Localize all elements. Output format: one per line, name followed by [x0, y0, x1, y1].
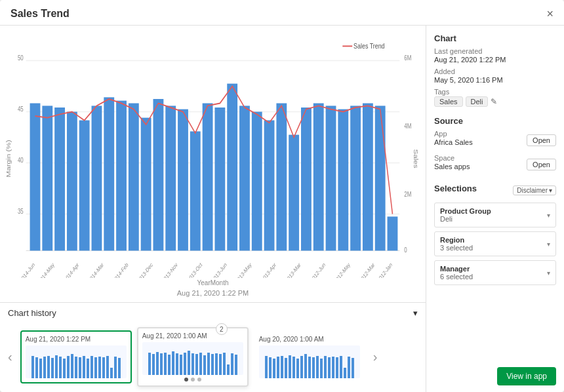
svg-rect-30	[178, 109, 188, 251]
svg-rect-102	[207, 353, 210, 375]
svg-rect-113	[277, 357, 279, 378]
disclaimer-button[interactable]: Disclaimer ▾	[513, 186, 556, 195]
tags-label: Tags	[434, 88, 556, 96]
svg-rect-47	[388, 216, 398, 250]
chart-history-header[interactable]: Chart history ▾	[0, 303, 426, 323]
tags-row: Sales Deli ✎	[434, 96, 556, 107]
disclaimer-label: Disclaimer	[517, 187, 548, 194]
svg-rect-88	[152, 354, 155, 375]
left-panel: ⊞ Margin (%) Sales Sales Trend	[0, 26, 426, 392]
disclaimer-chevron: ▾	[549, 187, 552, 194]
svg-rect-35	[239, 106, 250, 250]
thumbnail-item-3[interactable]: Aug 20, 2020 1:00 AM	[254, 330, 365, 383]
svg-rect-120	[304, 354, 307, 378]
svg-rect-75	[75, 357, 77, 378]
space-name: Sales apps	[434, 163, 470, 170]
chart-timestamp: Aug 21, 2020 1:22 PM	[5, 286, 420, 300]
app-source-info: App Africa Sales	[434, 130, 473, 150]
modal-body: ⊞ Margin (%) Sales Sales Trend	[0, 26, 564, 392]
svg-rect-37	[264, 121, 275, 251]
tag-deli[interactable]: Deli	[466, 96, 489, 107]
svg-rect-72	[63, 359, 66, 378]
svg-rect-91	[164, 353, 167, 375]
svg-rect-96	[184, 353, 186, 375]
svg-rect-132	[352, 358, 354, 378]
svg-rect-68	[47, 356, 50, 378]
thumbnail-item-2[interactable]: 2 Aug 21, 2020 1:00 AM	[137, 327, 249, 387]
svg-rect-19	[42, 106, 52, 250]
chart-svg: Margin (%) Sales Sales Trend 50 45 40 35…	[5, 31, 420, 278]
svg-rect-127	[332, 357, 334, 378]
svg-rect-111	[269, 357, 272, 378]
svg-rect-39	[289, 135, 299, 251]
svg-rect-69	[51, 358, 54, 378]
selections-header: Selections Disclaimer ▾	[434, 184, 556, 197]
svg-text:45: 45	[18, 106, 24, 113]
svg-rect-123	[316, 356, 319, 378]
svg-rect-24	[104, 97, 114, 250]
history-prev-button[interactable]: ‹	[5, 349, 15, 364]
svg-rect-81	[98, 357, 101, 378]
svg-rect-99	[195, 354, 198, 375]
dot-2	[191, 378, 195, 382]
history-next-button[interactable]: ›	[371, 349, 380, 364]
svg-text:35: 35	[18, 208, 24, 215]
thumbnail-chart-3	[259, 345, 360, 378]
svg-rect-64	[31, 356, 34, 378]
app-open-button[interactable]: Open	[527, 134, 556, 146]
last-generated-value: Aug 21, 2020 1:22 PM	[434, 56, 556, 64]
svg-rect-46	[375, 106, 386, 250]
svg-rect-101	[203, 355, 206, 375]
view-in-app-button[interactable]: View in app	[497, 367, 556, 385]
selection-manager[interactable]: Manager 6 selected ▾	[434, 260, 556, 285]
svg-text:2M: 2M	[404, 191, 411, 198]
svg-rect-118	[296, 359, 299, 378]
svg-rect-77	[83, 356, 85, 378]
selections-section: Selections Disclaimer ▾ Product Group De…	[434, 184, 556, 285]
svg-text:4M: 4M	[404, 123, 411, 130]
svg-rect-73	[67, 356, 70, 378]
chart-history-label: Chart history	[8, 308, 56, 318]
svg-rect-128	[336, 357, 338, 378]
selection-manager-info: Manager 6 selected	[440, 265, 473, 281]
app-label: App	[434, 130, 473, 138]
source-section: Source App Africa Sales Open Space Sales…	[434, 116, 556, 174]
added-label: Added	[434, 68, 556, 75]
svg-rect-25	[116, 101, 127, 251]
svg-rect-76	[79, 357, 81, 378]
selection-product-group[interactable]: Product Group Deli ▾	[434, 203, 556, 227]
svg-rect-92	[168, 355, 171, 375]
svg-rect-29	[165, 106, 176, 250]
added-value: May 5, 2020 1:16 PM	[434, 76, 556, 84]
svg-rect-45	[363, 104, 373, 251]
selection-region[interactable]: Region 3 selected ▾	[434, 231, 556, 256]
svg-rect-78	[87, 359, 89, 378]
svg-rect-86	[118, 358, 121, 378]
svg-rect-110	[265, 356, 268, 378]
selection-product-group-chevron: ▾	[547, 212, 550, 219]
tag-sales[interactable]: Sales	[434, 96, 463, 107]
thumbnail-timestamp-1: Aug 21, 2020 1:22 PM	[26, 336, 127, 343]
svg-rect-31	[190, 131, 201, 250]
svg-rect-104	[215, 353, 218, 375]
svg-rect-66	[39, 359, 42, 378]
svg-rect-34	[227, 84, 237, 251]
svg-rect-22	[79, 121, 90, 251]
selection-region-info: Region 3 selected	[440, 236, 473, 252]
svg-rect-98	[191, 353, 194, 375]
svg-rect-28	[153, 99, 164, 250]
history-thumbnails: ‹ Aug 21, 2020 1:22 PM	[0, 323, 426, 392]
thumbnail-item-1[interactable]: Aug 21, 2020 1:22 PM	[20, 330, 132, 383]
dot-1	[184, 378, 188, 382]
svg-text:Sales Trend: Sales Trend	[353, 42, 385, 50]
selection-product-group-info: Product Group Deli	[440, 207, 491, 223]
thumbnail-dots	[142, 378, 243, 382]
space-open-button[interactable]: Open	[527, 159, 556, 170]
selections-title: Selections	[434, 184, 477, 193]
svg-rect-79	[91, 356, 93, 378]
close-button[interactable]: ×	[546, 8, 554, 20]
tag-edit-icon[interactable]: ✎	[491, 97, 497, 106]
svg-rect-100	[199, 353, 202, 375]
svg-rect-97	[188, 351, 190, 375]
svg-rect-130	[344, 368, 346, 378]
